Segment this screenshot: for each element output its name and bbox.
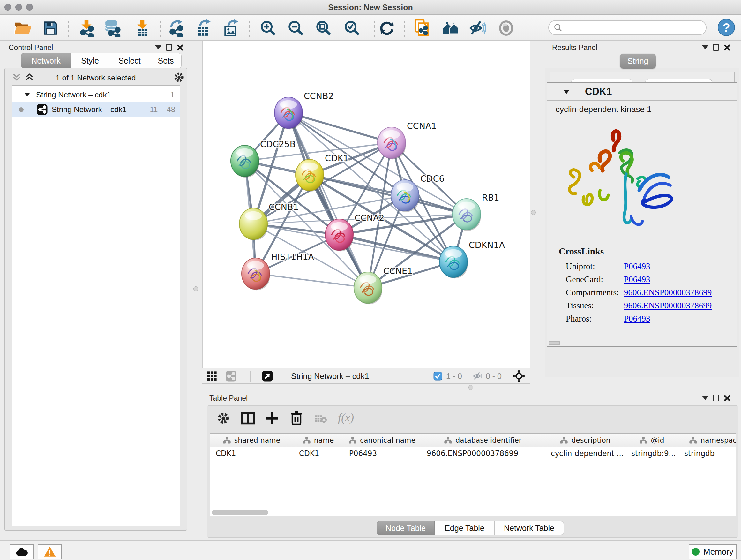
open-session-button[interactable]	[13, 19, 31, 37]
network-node-RB1[interactable]: RB1	[453, 192, 499, 231]
export-table-button[interactable]	[194, 19, 212, 37]
table-cell[interactable]: CDK1	[293, 447, 343, 460]
tab-sets[interactable]: Sets	[150, 53, 182, 68]
table-cell[interactable]: cyclin-dependent ...	[545, 447, 625, 460]
home-networks-button[interactable]	[442, 19, 460, 37]
table-cell[interactable]: 9606.ENSP00000378699	[421, 447, 545, 460]
export-image-button[interactable]	[222, 19, 240, 37]
import-network-file-button[interactable]	[77, 19, 96, 37]
show-columns-icon[interactable]	[241, 411, 255, 426]
table-cell[interactable]: stringdb	[678, 447, 736, 460]
column-header-2[interactable]: canonical name	[343, 434, 421, 447]
column-header-4[interactable]: description	[545, 434, 625, 447]
network-row-selected[interactable]: String Network – cdk1 11 48	[12, 102, 180, 117]
add-column-icon[interactable]	[265, 411, 279, 426]
tab-style[interactable]: Style	[71, 53, 109, 68]
search-input[interactable]	[548, 20, 706, 35]
maximize-panel-icon[interactable]	[713, 44, 719, 51]
network-canvas[interactable]: CCNB2CCNA1CDC25BCDK1CDC6RB1CCNB1CCNA2CDK…	[202, 41, 530, 368]
crosslink-link[interactable]: P06493	[624, 314, 650, 324]
gear-icon[interactable]	[217, 412, 230, 425]
collapse-entry-icon[interactable]	[562, 89, 570, 95]
main-toolbar: ?	[0, 15, 741, 41]
crosslink-link[interactable]: P06493	[624, 274, 650, 285]
column-header-6[interactable]: namespace	[678, 434, 736, 447]
app-status-bar: Memory	[0, 540, 741, 560]
crosslink-link[interactable]: 9606.ENSP00000378699	[624, 288, 712, 298]
apply-layout-button[interactable]	[378, 19, 396, 37]
refresh-icon	[379, 20, 395, 37]
import-network-database-button[interactable]	[103, 19, 122, 37]
clone-network-button[interactable]	[413, 19, 431, 37]
memory-button[interactable]: Memory	[689, 544, 737, 559]
column-namespace-icon	[689, 436, 697, 444]
open-folder-icon	[14, 21, 31, 36]
help-button[interactable]: ?	[717, 18, 736, 37]
table-cell[interactable]: stringdb:9...	[625, 447, 678, 460]
right-splitter-handle[interactable]	[531, 210, 536, 215]
column-header-3[interactable]: database identifier	[421, 434, 545, 447]
float-panel-icon[interactable]	[702, 396, 709, 400]
left-splitter-handle[interactable]	[193, 287, 198, 291]
import-table-file-button[interactable]	[133, 19, 151, 37]
close-panel-icon[interactable]	[177, 44, 183, 51]
maximize-panel-icon[interactable]	[713, 395, 719, 401]
delete-column-icon[interactable]	[289, 410, 304, 426]
network-graph[interactable]: CCNB2CCNA1CDC25BCDK1CDC6RB1CCNB1CCNA2CDK…	[203, 41, 530, 368]
network-collection-row[interactable]: String Network – cdk1 1	[12, 87, 180, 102]
table-hscrollbar[interactable]	[212, 509, 268, 515]
table-icon	[138, 29, 147, 37]
close-panel-icon[interactable]	[724, 44, 730, 51]
hide-selected-button[interactable]	[468, 19, 487, 37]
node-label: CDC25B	[260, 139, 295, 149]
network-node-HIST1H1A[interactable]: HIST1H1A	[242, 252, 314, 290]
column-header-5[interactable]: @id	[625, 434, 678, 447]
table-cell[interactable]: CDK1	[210, 447, 293, 460]
network-node-CCNA1[interactable]: CCNA1	[378, 121, 437, 159]
cdk1-card-header[interactable]: CDK1	[547, 83, 737, 101]
birds-eye-view-icon[interactable]	[262, 370, 273, 382]
export-network-button[interactable]	[166, 19, 185, 37]
column-header-1[interactable]: name	[293, 434, 343, 447]
tab-network[interactable]: Network	[21, 53, 71, 68]
float-panel-icon[interactable]	[155, 45, 161, 50]
zoom-in-button[interactable]	[259, 19, 277, 37]
network-list: String Network – cdk1 1 String Network –…	[12, 85, 180, 526]
show-view-button[interactable]	[497, 19, 515, 37]
network-view-icon[interactable]	[225, 370, 237, 382]
gear-icon[interactable]	[173, 71, 185, 83]
crosslinks-title: CrossLinks	[559, 246, 604, 257]
close-panel-icon[interactable]	[724, 395, 730, 401]
network-node-CDKN1A[interactable]: CDKN1A	[440, 240, 505, 278]
node-table[interactable]: shared nameCDK1nameCDK1canonical nameP06…	[210, 433, 736, 516]
tab-edge-table[interactable]: Edge Table	[434, 521, 494, 535]
crosslink-link[interactable]: P06493	[624, 261, 650, 271]
warning-status-button[interactable]	[38, 544, 62, 559]
maximize-panel-icon[interactable]	[166, 44, 172, 51]
column-header-0[interactable]: shared name	[210, 434, 293, 447]
save-session-button[interactable]	[41, 19, 60, 37]
crosslink-link[interactable]: 9606.ENSP00000378699	[624, 301, 712, 311]
network-node-CCNE1[interactable]: CCNE1	[354, 266, 413, 304]
crosslink-row: Uniprot:P06493	[566, 261, 737, 271]
tree-expanded-icon[interactable]	[24, 92, 30, 98]
horizontal-splitter-handle[interactable]	[468, 385, 473, 390]
network-label: String Network – cdk1	[52, 105, 127, 114]
zoom-selected-button[interactable]	[343, 19, 361, 37]
zoom-out-button[interactable]	[286, 19, 305, 37]
tab-string[interactable]: String	[620, 54, 656, 69]
fit-content-button[interactable]	[314, 19, 333, 37]
network-badge-icon	[37, 104, 48, 115]
tab-network-table[interactable]: Network Table	[494, 521, 564, 535]
separator	[250, 371, 251, 381]
table-cell[interactable]: P06493	[343, 447, 421, 460]
selected-nodes-checkbox-icon[interactable]	[433, 372, 442, 381]
results-hscrollbar[interactable]	[549, 341, 560, 345]
tab-node-table[interactable]: Node Table	[377, 521, 434, 535]
crosslink-row: GeneCard:P06493	[566, 274, 737, 285]
tab-select[interactable]: Select	[109, 53, 150, 68]
grid-view-icon[interactable]	[207, 371, 217, 381]
cloud-status-button[interactable]	[10, 544, 34, 559]
pan-crosshair-icon[interactable]	[513, 370, 525, 382]
float-panel-icon[interactable]	[702, 45, 709, 50]
